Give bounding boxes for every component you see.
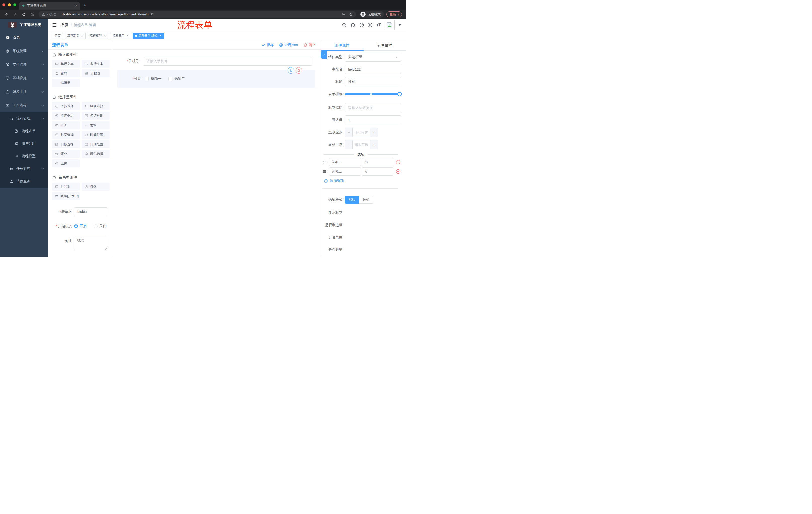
form-remark-textarea[interactable]: 嘿嘿 — [74, 237, 107, 250]
min-select-input[interactable] — [353, 128, 370, 137]
option-2-label-input[interactable] — [329, 167, 361, 175]
radio-off-label[interactable]: 关闭 — [99, 224, 107, 228]
stepper-plus-button[interactable]: + — [370, 140, 378, 149]
close-window-button[interactable] — [2, 3, 5, 6]
sidebar-collapse-icon[interactable] — [52, 23, 57, 27]
gender-checkbox-2[interactable] — [168, 77, 172, 81]
breadcrumb-home[interactable]: 首页 — [61, 23, 68, 27]
component-type-select[interactable]: 多选框组 — [345, 53, 402, 62]
view-json-button[interactable]: 查看json — [279, 43, 298, 47]
option-2-value-input[interactable] — [362, 167, 394, 175]
tag-home[interactable]: 首页 — [52, 33, 63, 39]
help-icon[interactable] — [359, 23, 364, 27]
palette-item-upload[interactable]: 上传 — [52, 159, 80, 167]
back-icon[interactable] — [4, 12, 8, 16]
remove-option-button[interactable] — [396, 160, 401, 165]
sidebar-item-workflow[interactable]: 工作流程 — [0, 99, 48, 112]
palette-item-editor[interactable]: 编辑器 — [52, 79, 80, 87]
github-icon[interactable] — [350, 23, 355, 28]
stepper-minus-button[interactable]: − — [345, 128, 353, 137]
minimize-window-button[interactable] — [8, 3, 11, 6]
slider-handle[interactable] — [398, 92, 402, 96]
browser-menu-icon[interactable] — [399, 12, 400, 16]
sidebar-item-process-form[interactable]: 流程表单 — [0, 125, 48, 137]
phone-input[interactable] — [143, 57, 312, 65]
canvas-field-gender-selected[interactable]: *性别 选项一 选项二 — [117, 71, 315, 87]
form-name-input[interactable] — [74, 208, 107, 216]
default-value-input[interactable] — [345, 115, 402, 125]
radio-on[interactable] — [74, 224, 78, 228]
bookmark-star-icon[interactable] — [349, 12, 353, 16]
max-select-input[interactable] — [353, 140, 370, 149]
tab-close-icon[interactable]: ✕ — [75, 4, 77, 7]
tab-form-props[interactable]: 表单属性 — [364, 40, 406, 50]
palette-item-multiline-text[interactable]: 多行文本 — [82, 60, 110, 68]
sidebar-item-infrastructure[interactable]: 基础设施 — [0, 72, 48, 85]
save-button[interactable]: 保存 — [262, 43, 273, 47]
grid-slider[interactable] — [345, 89, 402, 99]
palette-item-time-picker[interactable]: 时间选择 — [52, 131, 80, 139]
search-icon[interactable] — [342, 23, 347, 27]
option-1-label-input[interactable] — [329, 158, 361, 166]
sidebar-item-leave-query[interactable]: 请假查询 — [0, 175, 48, 188]
palette-item-cascader[interactable]: 级联选择 — [82, 102, 110, 110]
style-button-button[interactable]: 按钮 — [359, 196, 373, 204]
radio-on-label[interactable]: 开启 — [80, 224, 87, 228]
sidebar-item-process-management[interactable]: 流程管理 — [0, 112, 48, 125]
avatar[interactable] — [385, 20, 395, 30]
palette-item-switch[interactable]: 开关 — [52, 121, 80, 129]
canvas-field-phone[interactable]: *手机号 — [127, 57, 312, 65]
stepper-plus-button[interactable]: + — [370, 128, 378, 137]
palette-item-table[interactable]: 表格[开发中] — [52, 192, 80, 200]
palette-item-select[interactable]: 下拉选择 — [52, 102, 80, 110]
tag-process-definition[interactable]: 流程定义✕ — [64, 33, 86, 39]
label-width-input[interactable] — [345, 103, 402, 112]
option-1-value-input[interactable] — [362, 158, 394, 166]
gender-option-2-label[interactable]: 选项二 — [174, 77, 185, 81]
sidebar-item-user-group[interactable]: 用户分组 — [0, 137, 48, 150]
drag-handle-icon[interactable] — [322, 160, 326, 164]
sidebar-item-devtools[interactable]: 研发工具 — [0, 85, 48, 99]
clear-button[interactable]: 清空 — [303, 43, 316, 47]
tag-close-icon[interactable]: ✕ — [126, 34, 128, 37]
palette-item-date-range[interactable]: 日期范围 — [82, 140, 110, 148]
tag-process-form[interactable]: 流程表单✕ — [110, 33, 131, 39]
reload-icon[interactable] — [22, 12, 26, 16]
browser-tab[interactable]: 芋道管理系统 ✕ — [19, 1, 80, 9]
tag-process-model[interactable]: 流程模型✕ — [87, 33, 108, 39]
key-icon[interactable] — [342, 12, 345, 16]
palette-item-single-line-text[interactable]: 单行文本 — [52, 60, 80, 68]
palette-item-radio-group[interactable]: 单选框组 — [52, 112, 80, 120]
forward-icon[interactable] — [13, 12, 17, 16]
radio-off[interactable] — [94, 224, 98, 228]
chrome-update-button[interactable]: 更新 — [386, 11, 402, 17]
remove-option-button[interactable] — [396, 169, 401, 174]
sidebar-item-payment[interactable]: 支付管理 — [0, 58, 48, 72]
palette-item-rate[interactable]: 评分 — [52, 150, 80, 158]
palette-item-slider[interactable]: 滑块 — [82, 121, 110, 129]
tag-process-form-edit[interactable]: 流程表单-编辑✕ — [133, 33, 164, 39]
fullscreen-icon[interactable] — [368, 23, 373, 27]
palette-item-color-picker[interactable]: 颜色选择 — [82, 150, 110, 158]
security-status[interactable]: 不安全 — [42, 12, 57, 17]
palette-item-password[interactable]: 密码 — [52, 70, 80, 77]
home-icon[interactable] — [30, 12, 34, 16]
add-option-button[interactable]: 添加选项 — [324, 179, 402, 183]
sidebar-item-home[interactable]: 首页 — [0, 31, 48, 44]
style-default-button[interactable]: 默认 — [345, 196, 359, 204]
gender-checkbox-1[interactable] — [145, 77, 149, 81]
tag-close-icon[interactable]: ✕ — [159, 34, 162, 37]
stepper-minus-button[interactable]: − — [345, 140, 353, 149]
palette-item-checkbox-group[interactable]: 多选框组 — [82, 112, 110, 120]
new-tab-button[interactable]: + — [83, 2, 86, 8]
palette-item-time-range[interactable]: 时间范围 — [82, 131, 110, 139]
font-size-icon[interactable]: ᴛT — [376, 23, 381, 27]
zoom-window-button[interactable] — [13, 3, 16, 6]
collapse-panel-handle[interactable] — [321, 51, 327, 59]
url-omnibox[interactable]: 不安全 dashboard.yudao.iocoder.cn/bpm/manag… — [39, 11, 356, 18]
tag-close-icon[interactable]: ✕ — [81, 34, 83, 37]
duplicate-field-button[interactable] — [288, 67, 294, 74]
sidebar-item-process-model[interactable]: 流程模型 — [0, 150, 48, 162]
avatar-caret-icon[interactable] — [399, 24, 402, 26]
gender-option-1-label[interactable]: 选项一 — [151, 77, 161, 81]
